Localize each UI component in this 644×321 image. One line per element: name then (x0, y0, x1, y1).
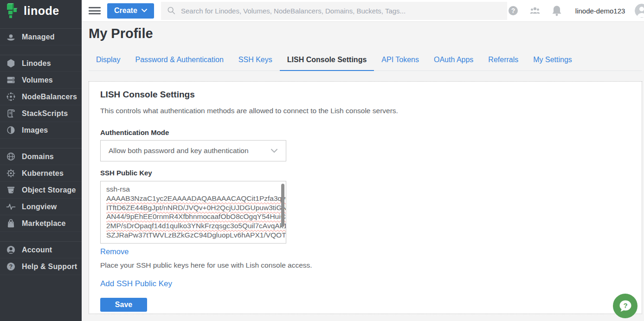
sidebar-item-longview[interactable]: Longview (0, 199, 82, 215)
sidebar-item-images[interactable]: Images (0, 122, 82, 139)
sidebar-item-account[interactable]: Account (0, 242, 82, 258)
sidebar-item-label: Longview (22, 203, 57, 211)
menu-toggle-icon[interactable] (89, 6, 101, 15)
notifications-bell-icon[interactable] (551, 5, 563, 17)
textarea-scrollbar[interactable] (281, 184, 284, 227)
help-support-icon: ? (6, 262, 16, 271)
panel-title: LISH Console Settings (100, 90, 631, 100)
sidebar-item-label: Volumes (22, 76, 53, 84)
sidebar-item-label: Managed (22, 33, 55, 41)
sidebar-item-label: Marketplace (22, 219, 66, 228)
linode-logo-icon (6, 3, 19, 18)
volumes-icon (6, 75, 16, 85)
tab-my-settings[interactable]: My Settings (526, 53, 580, 71)
add-ssh-key-link[interactable]: Add SSH Public Key (100, 279, 172, 289)
managed-icon (6, 32, 16, 42)
top-bar-actions: ? linode-demo123 (507, 4, 644, 18)
longview-icon (6, 202, 16, 212)
sidebar-item-label: Linodes (22, 59, 51, 68)
ssh-key-help-text: Place your SSH public keys here for use … (100, 261, 631, 270)
nodebalancers-icon (6, 92, 16, 102)
search-icon (167, 6, 176, 15)
search-input[interactable] (181, 7, 501, 15)
global-search[interactable] (161, 2, 507, 20)
sidebar-item-nodebalancers[interactable]: NodeBalancers (0, 89, 82, 105)
ssh-key-textarea[interactable]: ssh-rsa AAAAB3NzaC1yc2EAAAADAQABAAACAQCi… (100, 181, 286, 244)
create-button[interactable]: Create (107, 3, 154, 19)
object-storage-icon (6, 185, 16, 195)
create-button-label: Create (114, 6, 137, 15)
kubernetes-icon (6, 168, 16, 178)
tab-api-tokens[interactable]: API Tokens (374, 53, 426, 71)
sidebar-item-label: Domains (22, 153, 54, 161)
tab-lish-console-settings[interactable]: LISH Console Settings (280, 53, 374, 71)
chat-bubble-icon: ? (618, 300, 632, 313)
svg-text:?: ? (511, 7, 515, 14)
sidebar-item-kubernetes[interactable]: Kubernetes (0, 165, 82, 182)
page-title: My Profile (89, 26, 642, 41)
ssh-key-line: SZJRaPw37tTWVLzBZkGzC94DgluopLv6hAPX1/VQ… (106, 231, 278, 240)
linodes-icon (6, 58, 16, 68)
sidebar-item-label: Kubernetes (22, 169, 64, 178)
sidebar-item-help-support[interactable]: ? Help & Support (0, 258, 82, 275)
tab-password-authentication[interactable]: Password & Authentication (128, 53, 231, 71)
sidebar-item-label: StackScripts (22, 109, 68, 118)
ssh-key-line: 2MP/sDrOpaqf14d1qulko3YNkFrzqsgc3o5Quil7… (106, 221, 278, 231)
save-button[interactable]: Save (100, 298, 147, 312)
account-icon (6, 245, 16, 255)
ssh-key-line: AN44/9pEhEE0rnmR4XfbhnmocaafObO8cOgqY54H… (106, 212, 278, 221)
profile-tabs: Display Password & Authentication SSH Ke… (89, 53, 642, 71)
ssh-key-line: ITftD6ZE44BgJpt/nNRD/JVQv+0H2QcjUJDGUpuw… (106, 203, 278, 212)
sidebar-item-label: Images (22, 126, 48, 135)
sidebar-item-object-storage[interactable]: Object Storage (0, 182, 82, 199)
sidebar-item-volumes[interactable]: Volumes (0, 72, 82, 89)
sidebar-item-marketplace[interactable]: Marketplace (0, 215, 82, 232)
username-label: linode-demo123 (575, 7, 625, 15)
tab-referrals[interactable]: Referrals (481, 53, 526, 71)
sidebar-item-label: Object Storage (22, 186, 76, 194)
help-icon[interactable]: ? (507, 5, 519, 17)
brand-name: linode (24, 4, 59, 18)
support-chat-button[interactable]: ? (613, 294, 638, 318)
svg-text:?: ? (9, 263, 13, 270)
main-content: My Profile Display Password & Authentica… (82, 22, 644, 321)
panel-description: This controls what authentication method… (100, 107, 631, 115)
avatar[interactable] (635, 4, 644, 18)
svg-text:?: ? (623, 302, 627, 309)
top-bar: linode Create ? (0, 0, 644, 22)
chevron-down-icon (142, 9, 147, 13)
marketplace-icon (6, 218, 16, 228)
images-icon (6, 125, 16, 135)
auth-mode-label: Authentication Mode (100, 128, 631, 136)
remove-key-link[interactable]: Remove (100, 247, 129, 256)
tab-display[interactable]: Display (89, 53, 128, 71)
sidebar-item-label: Help & Support (22, 263, 77, 271)
ssh-key-label: SSH Public Key (100, 169, 631, 177)
linode-logo[interactable]: linode (0, 0, 82, 22)
domains-icon (6, 152, 16, 161)
tab-ssh-keys[interactable]: SSH Keys (231, 53, 280, 71)
sidebar-item-managed[interactable]: Managed (0, 29, 82, 45)
ssh-key-line: ssh-rsa (106, 185, 278, 194)
auth-mode-value: Allow both password and key authenticati… (109, 147, 249, 155)
lish-settings-panel: LISH Console Settings This controls what… (89, 81, 642, 314)
ssh-key-line: AAAAB3NzaC1yc2EAAAADAQABAAACAQCit1Pzfa3q… (106, 194, 278, 203)
auth-mode-select[interactable]: Allow both password and key authenticati… (100, 140, 286, 161)
sidebar-item-domains[interactable]: Domains (0, 148, 82, 165)
sidebar-item-label: Account (22, 246, 52, 254)
community-icon[interactable] (529, 5, 541, 17)
tab-oauth-apps[interactable]: OAuth Apps (426, 53, 481, 71)
sidebar: Managed Linodes Volumes NodeBalancers (0, 22, 82, 321)
sidebar-item-linodes[interactable]: Linodes (0, 55, 82, 72)
sidebar-item-stackscripts[interactable]: StackScripts (0, 105, 82, 122)
stackscripts-icon (6, 109, 16, 118)
select-chevron-icon (270, 148, 278, 153)
sidebar-item-label: NodeBalancers (22, 93, 77, 101)
